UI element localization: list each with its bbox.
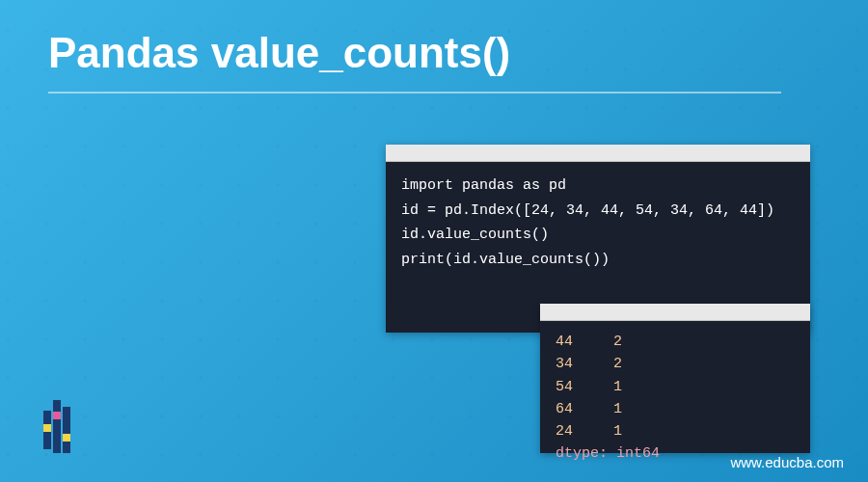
logo-dot [63, 434, 70, 442]
page-title: Pandas value_counts() [48, 29, 510, 77]
logo-bar [53, 400, 61, 453]
code-line: id = pd.Index([24, 34, 44, 54, 34, 64, 4… [401, 199, 795, 224]
code-line: print(id.value_counts()) [401, 248, 795, 273]
output-row: 64 1 [556, 398, 795, 420]
logo-dot [43, 424, 51, 432]
output-window: 44 2 34 2 54 1 64 1 24 1 dtype: int64 [540, 304, 810, 453]
output-row: 54 1 [556, 376, 795, 398]
code-line: id.value_counts() [401, 223, 795, 248]
educba-logo [43, 407, 70, 453]
website-url: www.educba.com [730, 454, 844, 470]
output-row: 34 2 [556, 353, 795, 375]
logo-dot [53, 412, 61, 419]
output-content: 44 2 34 2 54 1 64 1 24 1 dtype: int64 [540, 321, 810, 453]
code-line: import pandas as pd [401, 174, 795, 199]
output-row: 24 1 [556, 420, 795, 442]
window-titlebar [386, 145, 810, 162]
output-row: 44 2 [556, 331, 795, 353]
logo-bar [63, 407, 70, 453]
title-divider [48, 92, 781, 94]
window-titlebar [540, 304, 810, 321]
